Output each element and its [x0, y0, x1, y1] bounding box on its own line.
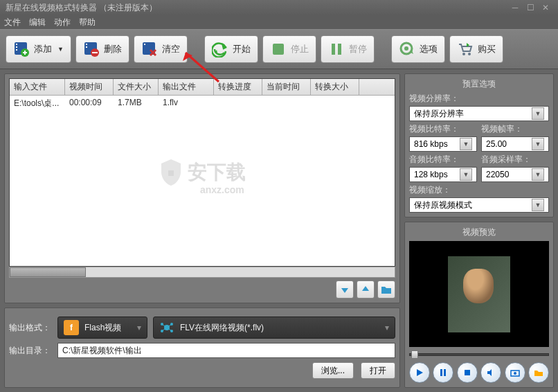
vbitrate-label: 视频比特率： [409, 123, 477, 135]
svg-rect-7 [86, 46, 87, 48]
volume-button[interactable] [480, 362, 501, 383]
format-select[interactable]: FLV在线网络视频(*.flv) ▾ [153, 317, 395, 339]
pause-preview-button[interactable] [433, 362, 453, 383]
preview-title: 视频预览 [409, 226, 549, 238]
open-folder-button[interactable] [528, 362, 549, 383]
menu-action[interactable]: 动作 [54, 17, 71, 28]
abitrate-select[interactable]: 128 kbps▼ [409, 167, 477, 182]
col-time[interactable]: 视频时间 [65, 79, 114, 95]
network-icon [159, 320, 174, 335]
preset-title: 预置选项 [409, 78, 549, 90]
preset-panel: 预置选项 视频分辨率： 保持原分辨率▼ 视频比特率： 816 kbps▼ 视频帧… [404, 73, 554, 217]
svg-rect-2 [16, 46, 17, 48]
vbitrate-select[interactable]: 816 kbps▼ [409, 136, 477, 152]
toolbar: 添加▼ 删除 清空 开始 停止 暂停 选项 购买 [0, 29, 558, 69]
abitrate-label: 音频比特率： [409, 154, 477, 166]
svg-rect-14 [338, 44, 341, 55]
chevron-down-icon: ▼ [532, 107, 544, 120]
col-input[interactable]: 输入文件 [10, 79, 65, 95]
options-button[interactable]: 选项 [391, 35, 445, 63]
output-panel: 输出格式： f Flash视频 ▾ FLV在线网络视频(*.flv) ▾ 输出目… [4, 308, 400, 388]
horizontal-scrollbar[interactable] [9, 267, 395, 278]
menu-file[interactable]: 文件 [4, 17, 21, 28]
titlebar: 新星在线视频格式转换器 （未注册版本） ─ ☐ ✕ [0, 0, 558, 15]
svg-rect-6 [86, 44, 87, 45]
file-table[interactable]: 输入文件 视频时间 文件大小 输出文件 转换进度 当前时间 转换大小 E:\to… [9, 78, 395, 267]
watermark: 安下载 anxz.com [159, 158, 246, 187]
svg-rect-12 [273, 44, 284, 55]
app-title: 新星在线视频格式转换器 （未注册版本） [6, 2, 157, 14]
resolution-label: 视频分辨率： [409, 93, 549, 105]
minimize-button[interactable]: ─ [508, 3, 522, 12]
format-label: 输出格式： [9, 322, 52, 334]
preview-frame [448, 256, 510, 332]
svg-rect-13 [332, 44, 335, 55]
cart-icon [457, 41, 474, 57]
chevron-down-icon: ▾ [137, 323, 141, 332]
svg-rect-9 [92, 52, 98, 53]
svg-rect-25 [440, 369, 442, 376]
seek-slider[interactable] [409, 350, 549, 359]
svg-rect-19 [168, 170, 174, 176]
col-size[interactable]: 文件大小 [114, 79, 159, 95]
svg-point-17 [462, 53, 465, 55]
film-delete-icon [83, 41, 100, 57]
stop-icon [270, 41, 287, 57]
preview-panel: 视频预览 [404, 222, 554, 388]
pause-icon [328, 41, 345, 57]
add-button[interactable]: 添加▼ [6, 35, 71, 63]
svg-point-29 [514, 372, 516, 375]
pause-button[interactable]: 暂停 [321, 35, 375, 63]
svg-rect-26 [444, 369, 446, 376]
svg-point-18 [468, 53, 471, 55]
col-curtime[interactable]: 当前时间 [262, 79, 311, 95]
menu-edit[interactable]: 编辑 [29, 17, 46, 28]
svg-rect-27 [465, 370, 470, 375]
svg-point-16 [404, 46, 408, 51]
dir-label: 输出目录： [9, 345, 52, 357]
col-output[interactable]: 输出文件 [159, 79, 214, 95]
asample-label: 音频采样率： [481, 154, 549, 166]
chevron-down-icon: ▾ [385, 323, 389, 332]
format-category-select[interactable]: f Flash视频 ▾ [57, 317, 147, 339]
gear-icon [399, 41, 415, 57]
film-add-icon [13, 41, 30, 57]
menubar: 文件 编辑 动作 帮助 [0, 15, 558, 29]
buy-button[interactable]: 购买 [449, 35, 503, 63]
clear-button[interactable]: 清空 [134, 35, 188, 63]
snapshot-button[interactable] [505, 362, 525, 383]
table-row[interactable]: E:\tools\桌... 00:00:09 1.7MB 1.flv [10, 96, 395, 112]
stop-button[interactable]: 停止 [262, 35, 316, 63]
film-clear-icon [141, 41, 158, 57]
resolution-select[interactable]: 保持原分辨率▼ [409, 106, 549, 121]
move-down-button[interactable] [336, 280, 354, 299]
col-progress[interactable]: 转换进度 [214, 79, 262, 95]
asample-select[interactable]: 22050▼ [481, 167, 549, 182]
scale-select[interactable]: 保持原视频模式▼ [409, 197, 549, 213]
svg-rect-1 [16, 44, 17, 45]
folder-button[interactable] [377, 280, 395, 299]
vfps-select[interactable]: 25.00▼ [481, 136, 549, 152]
output-dir-input[interactable] [57, 343, 395, 358]
file-list-panel: 输入文件 视频时间 文件大小 输出文件 转换进度 当前时间 转换大小 E:\to… [4, 73, 400, 303]
svg-rect-11 [144, 44, 145, 45]
video-preview[interactable] [409, 241, 549, 347]
refresh-icon [212, 41, 228, 57]
move-up-button[interactable] [357, 280, 375, 299]
start-button[interactable]: 开始 [204, 35, 258, 63]
flash-icon: f [64, 320, 79, 335]
close-button[interactable]: ✕ [539, 3, 552, 12]
menu-help[interactable]: 帮助 [79, 17, 96, 28]
vfps-label: 视频帧率： [481, 123, 549, 135]
stop-preview-button[interactable] [457, 362, 478, 383]
scale-label: 视频缩放： [409, 184, 549, 196]
maximize-button[interactable]: ☐ [523, 3, 537, 12]
svg-rect-3 [16, 49, 17, 51]
delete-button[interactable]: 删除 [75, 35, 129, 63]
browse-button[interactable]: 浏览... [312, 362, 354, 379]
play-button[interactable] [409, 362, 430, 383]
col-convsize[interactable]: 转换大小 [311, 79, 359, 95]
open-button[interactable]: 打开 [361, 362, 395, 379]
dropdown-icon: ▼ [57, 46, 64, 53]
